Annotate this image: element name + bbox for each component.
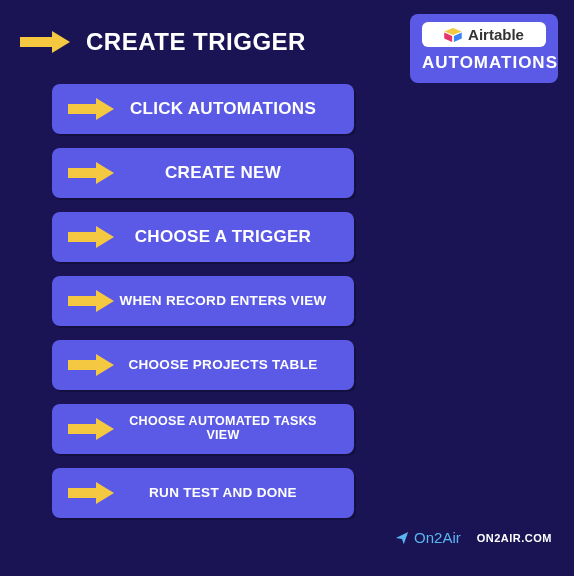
airtable-logo-row: Airtable — [422, 22, 546, 47]
step-label: Click Automations — [116, 100, 338, 119]
arrow-icon — [68, 100, 116, 118]
step-run-test: Run Test and Done — [52, 468, 354, 518]
on2air-brand: On2Air — [395, 529, 461, 546]
arrow-icon — [68, 228, 116, 246]
footer: On2Air on2air.com — [395, 529, 552, 546]
step-choose-trigger: Choose a Trigger — [52, 212, 354, 262]
step-label: Choose a Trigger — [116, 228, 338, 247]
step-label: Run Test and Done — [116, 486, 338, 501]
step-choose-automated-tasks-view: Choose Automated Tasks View — [52, 404, 354, 454]
step-label: Choose Projects Table — [116, 358, 338, 373]
airtable-sub: AUTOMATIONS — [422, 53, 546, 73]
airtable-icon — [444, 28, 462, 42]
airtable-badge: Airtable AUTOMATIONS — [410, 14, 558, 83]
arrow-icon — [68, 292, 116, 310]
on2air-label: On2Air — [414, 529, 461, 546]
arrow-icon — [68, 164, 116, 182]
step-create-new: Create New — [52, 148, 354, 198]
step-label: Create New — [116, 164, 338, 183]
step-record-enters-view: When Record Enters View — [52, 276, 354, 326]
steps-list: Click Automations Create New Choose a Tr… — [52, 84, 574, 518]
step-label: Choose Automated Tasks View — [116, 415, 338, 443]
footer-url: on2air.com — [477, 532, 552, 544]
step-click-automations: Click Automations — [52, 84, 354, 134]
step-label: When Record Enters View — [116, 294, 338, 309]
arrow-icon — [68, 484, 116, 502]
airtable-name: Airtable — [468, 26, 524, 43]
plane-icon — [395, 531, 409, 545]
arrow-icon — [68, 356, 116, 374]
page-title: Create Trigger — [86, 28, 306, 56]
step-choose-projects-table: Choose Projects Table — [52, 340, 354, 390]
arrow-icon — [20, 33, 72, 51]
arrow-icon — [68, 420, 116, 438]
